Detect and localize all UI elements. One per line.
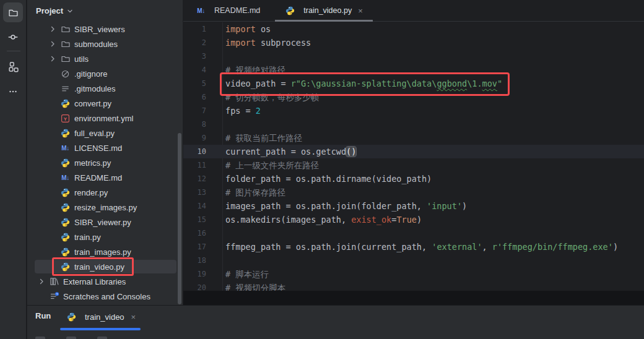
- close-icon[interactable]: ×: [131, 312, 136, 322]
- tree-item-label: train.py: [74, 233, 101, 242]
- line-number[interactable]: 4: [183, 63, 206, 77]
- code-line-12[interactable]: 12folder_path = os.path.dirname(video_pa…: [183, 172, 644, 186]
- line-number[interactable]: 5: [183, 77, 206, 90]
- python-icon: [60, 99, 71, 108]
- run-tab-label: train_video: [85, 312, 124, 322]
- gitmodules-icon: [60, 84, 71, 93]
- chevron-right-icon[interactable]: [49, 55, 60, 62]
- line-number[interactable]: 16: [183, 226, 206, 240]
- line-number[interactable]: 9: [183, 131, 206, 145]
- code-line-13[interactable]: 13# 图片保存路径: [183, 186, 644, 199]
- tab-label: train_video.py: [303, 6, 352, 15]
- code-line-1[interactable]: 1import os: [183, 22, 644, 36]
- tree-item-metrics-py[interactable]: metrics.py: [27, 155, 183, 170]
- line-number[interactable]: 15: [183, 213, 206, 226]
- tree-item-external-libraries[interactable]: External Libraries: [27, 274, 183, 289]
- chevron-right-icon[interactable]: [38, 278, 49, 285]
- tree-item-full-eval-py[interactable]: full_eval.py: [27, 126, 183, 140]
- line-number[interactable]: 11: [183, 158, 206, 172]
- tree-item-license-md[interactable]: M↓LICENSE.md: [27, 140, 183, 155]
- tree-item-sibr-viewers[interactable]: SIBR_viewers: [27, 22, 183, 36]
- code-line-2[interactable]: 2import subprocess: [183, 36, 644, 49]
- line-number[interactable]: 13: [183, 186, 206, 199]
- tree-item-scratches-and-consoles[interactable]: Scratches and Consoles: [27, 289, 183, 304]
- stripe-button-project[interactable]: [3, 2, 23, 22]
- code-line-16[interactable]: 16: [183, 226, 644, 240]
- tree-item-sibr-viewer-py[interactable]: SIBR_viewer.py: [27, 215, 183, 230]
- tree-item-gitignore[interactable]: .gitignore: [27, 66, 183, 81]
- code-line-18[interactable]: 18: [183, 254, 644, 267]
- yaml-icon: Y: [60, 114, 71, 123]
- code-line-19[interactable]: 19# 脚本运行: [183, 267, 644, 281]
- tree-item-label: environment.yml: [74, 114, 133, 123]
- line-number[interactable]: 8: [183, 118, 206, 131]
- line-number[interactable]: 12: [183, 172, 206, 186]
- editor-area: M↓ README.md train_video.py × 1import os…: [183, 0, 644, 305]
- project-panel-header[interactable]: Project: [27, 0, 183, 22]
- svg-text:Y: Y: [64, 116, 67, 121]
- close-icon[interactable]: ×: [358, 7, 363, 15]
- line-number[interactable]: 2: [183, 36, 206, 49]
- line-number[interactable]: 20: [183, 281, 206, 291]
- tree-item-gitmodules[interactable]: .gitmodules: [27, 81, 183, 96]
- code-line-3[interactable]: 3: [183, 49, 644, 63]
- tree-item-readme-md[interactable]: M↓README.md: [27, 170, 183, 185]
- tree-item-render-py[interactable]: render.py: [27, 185, 183, 200]
- chevron-right-icon[interactable]: [49, 25, 60, 33]
- code-line-7[interactable]: 7fps = 2: [183, 104, 644, 118]
- tool-window-stripe: [0, 0, 27, 339]
- stripe-button-structure[interactable]: [3, 57, 23, 77]
- project-folder-icon: [8, 7, 19, 18]
- line-number[interactable]: 6: [183, 90, 206, 104]
- line-number[interactable]: 17: [183, 240, 206, 254]
- code-line-11[interactable]: 11# 上一级文件夹所在路径: [183, 158, 644, 172]
- tree-scrollbar[interactable]: [178, 133, 181, 304]
- tab-readme-md[interactable]: M↓ README.md: [186, 0, 270, 21]
- code-line-10[interactable]: 10current_path = os.getcwd(): [183, 145, 644, 158]
- project-panel-title: Project: [36, 6, 63, 15]
- code-line-9[interactable]: 9# 获取当前工作路径: [183, 131, 644, 145]
- chevron-right-icon[interactable]: [49, 40, 60, 48]
- stripe-button-commit[interactable]: [3, 27, 23, 47]
- line-number[interactable]: 7: [183, 104, 206, 118]
- code-line-14[interactable]: 14images_path = os.path.join(folder_path…: [183, 199, 644, 213]
- python-icon: [60, 158, 71, 168]
- run-panel: Run train_video ×: [27, 305, 644, 339]
- structure-icon: [7, 61, 19, 72]
- annotation-box-tree: [52, 257, 134, 276]
- code-line-15[interactable]: 15os.makedirs(images_path, exist_ok=True…: [183, 213, 644, 226]
- run-panel-title: Run: [35, 311, 51, 320]
- tab-train-video-py[interactable]: train_video.py ×: [275, 0, 372, 21]
- tree-item-label: README.md: [74, 173, 122, 182]
- tree-item-resize-images-py[interactable]: resize_images.py: [27, 200, 183, 215]
- more-icon: [8, 87, 18, 97]
- code-editor[interactable]: 1import os2import subprocess34# 视频绝对路径5v…: [183, 22, 644, 291]
- line-number[interactable]: 18: [183, 254, 206, 267]
- extlib-icon: [49, 277, 59, 286]
- folder-icon: [60, 24, 71, 34]
- line-number[interactable]: 3: [183, 49, 206, 63]
- tree-item-train-py[interactable]: train.py: [27, 230, 183, 244]
- code-line-17[interactable]: 17ffmpeg_path = os.path.join(current_pat…: [183, 240, 644, 254]
- project-panel: Project SIBR_viewerssubmodulesutils.giti…: [27, 0, 183, 305]
- python-icon: [285, 6, 295, 15]
- tree-item-label: External Libraries: [63, 277, 126, 286]
- run-toolbar-clipped: [35, 337, 107, 339]
- tree-item-utils[interactable]: utils: [27, 51, 183, 66]
- line-number[interactable]: 14: [183, 199, 206, 213]
- line-number[interactable]: 1: [183, 22, 206, 36]
- code-line-20[interactable]: 20# 视频切分脚本: [183, 281, 644, 291]
- tree-item-environment-yml[interactable]: Yenvironment.yml: [27, 111, 183, 126]
- tree-item-convert-py[interactable]: convert.py: [27, 96, 183, 111]
- tree-item-submodules[interactable]: submodules: [27, 36, 183, 51]
- stripe-button-more[interactable]: [3, 82, 23, 101]
- run-tab-train-video[interactable]: train_video ×: [66, 309, 136, 325]
- python-icon: [66, 312, 77, 322]
- line-number[interactable]: 19: [183, 267, 206, 281]
- tree-item-label: SIBR_viewers: [74, 25, 125, 34]
- tree-item-label: full_eval.py: [74, 129, 115, 138]
- stripe-divider: [7, 51, 20, 51]
- tree-item-label: train_images.py: [74, 247, 131, 257]
- code-line-8[interactable]: 8: [183, 118, 644, 131]
- line-number[interactable]: 10: [183, 145, 206, 158]
